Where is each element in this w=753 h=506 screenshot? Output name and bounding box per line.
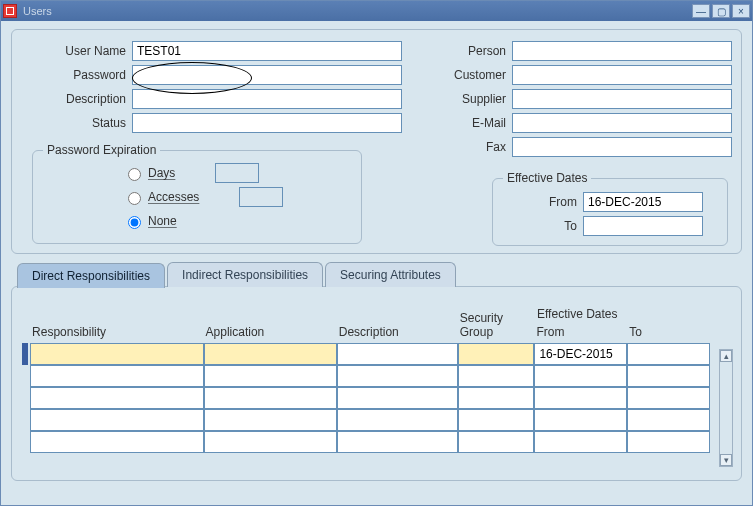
fax-input[interactable]	[512, 137, 732, 157]
cell-to[interactable]	[627, 343, 710, 365]
cell-description[interactable]	[337, 365, 458, 387]
pw-exp-none-radio[interactable]	[128, 216, 141, 229]
customer-input[interactable]	[512, 65, 732, 85]
password-input[interactable]	[132, 65, 402, 85]
scroll-down-icon[interactable]: ▾	[720, 454, 732, 466]
customer-label: Customer	[412, 68, 512, 82]
cell-description[interactable]	[337, 409, 458, 431]
table-row	[22, 409, 710, 431]
users-window: Users — ▢ × User Name Password Descripti…	[0, 0, 753, 506]
table-row	[22, 431, 710, 453]
cell-description[interactable]	[337, 387, 458, 409]
description-label: Description	[22, 92, 132, 106]
cell-responsibility[interactable]	[30, 431, 204, 453]
cell-to[interactable]	[627, 365, 710, 387]
email-label: E-Mail	[412, 116, 512, 130]
effective-dates-group: Effective Dates From To	[492, 178, 728, 246]
cell-responsibility[interactable]	[30, 343, 204, 365]
grid-eff-dates-header: Effective Dates	[537, 307, 617, 321]
pw-exp-days-radio[interactable]	[128, 168, 141, 181]
password-expiration-group: Password Expiration Days Accesses None	[32, 150, 362, 244]
pw-exp-accesses-radio[interactable]	[128, 192, 141, 205]
right-fields: Person Customer Supplier E-Mail Fax	[412, 40, 732, 160]
fax-label: Fax	[412, 140, 512, 154]
person-label: Person	[412, 44, 512, 58]
minimize-button[interactable]: —	[692, 4, 710, 18]
content-area: User Name Password Description Status	[1, 21, 752, 505]
titlebar: Users — ▢ ×	[1, 1, 752, 21]
cell-from[interactable]	[534, 365, 627, 387]
row-selector[interactable]	[22, 343, 28, 365]
password-label: Password	[22, 68, 132, 82]
grid-scrollbar[interactable]: ▴ ▾	[719, 349, 733, 467]
grid-wrap: Effective Dates	[22, 309, 731, 486]
cell-securityGroup[interactable]	[458, 343, 535, 365]
tab-direct-responsibilities[interactable]: Direct Responsibilities	[17, 263, 165, 288]
col-application: Application	[204, 309, 337, 343]
pw-exp-accesses-label[interactable]: Accesses	[148, 190, 199, 204]
col-description: Description	[337, 309, 458, 343]
app-logo-icon	[3, 4, 17, 18]
eff-from-input[interactable]	[583, 192, 703, 212]
eff-to-label: To	[503, 219, 583, 233]
cell-securityGroup[interactable]	[458, 387, 535, 409]
cell-application[interactable]	[204, 365, 337, 387]
cell-from[interactable]	[534, 387, 627, 409]
cell-securityGroup[interactable]	[458, 409, 535, 431]
cell-securityGroup[interactable]	[458, 365, 535, 387]
password-expiration-title: Password Expiration	[43, 143, 160, 157]
user-name-label: User Name	[22, 44, 132, 58]
cell-application[interactable]	[204, 409, 337, 431]
eff-to-input[interactable]	[583, 216, 703, 236]
email-input[interactable]	[512, 113, 732, 133]
cell-to[interactable]	[627, 409, 710, 431]
maximize-button[interactable]: ▢	[712, 4, 730, 18]
table-row	[22, 387, 710, 409]
left-fields: User Name Password Description Status	[22, 40, 402, 136]
tab-securing-attributes[interactable]: Securing Attributes	[325, 262, 456, 287]
tab-pane: Effective Dates	[11, 286, 742, 481]
pw-exp-days-input[interactable]	[215, 163, 259, 183]
cell-application[interactable]	[204, 387, 337, 409]
responsibilities-grid: Responsibility Application Description S…	[22, 309, 710, 453]
tabs-area: Direct Responsibilities Indirect Respons…	[11, 262, 742, 481]
col-to: To	[627, 309, 710, 343]
cell-application[interactable]	[204, 343, 337, 365]
cell-description[interactable]	[337, 343, 458, 365]
pw-exp-days-label[interactable]: Days	[148, 166, 175, 180]
eff-from-label: From	[503, 195, 583, 209]
table-row	[22, 365, 710, 387]
window-title: Users	[23, 5, 690, 17]
pw-exp-accesses-input[interactable]	[239, 187, 283, 207]
user-name-input[interactable]	[132, 41, 402, 61]
effective-dates-title: Effective Dates	[503, 171, 591, 185]
description-input[interactable]	[132, 89, 402, 109]
status-input[interactable]	[132, 113, 402, 133]
user-details-panel: User Name Password Description Status	[11, 29, 742, 254]
cell-to[interactable]	[627, 431, 710, 453]
supplier-label: Supplier	[412, 92, 512, 106]
table-row	[22, 343, 710, 365]
col-security-group: Security Group	[458, 309, 535, 343]
cell-securityGroup[interactable]	[458, 431, 535, 453]
pw-exp-none-label[interactable]: None	[148, 214, 177, 228]
cell-to[interactable]	[627, 387, 710, 409]
tabstrip: Direct Responsibilities Indirect Respons…	[17, 262, 742, 287]
col-responsibility: Responsibility	[30, 309, 204, 343]
cell-responsibility[interactable]	[30, 409, 204, 431]
status-label: Status	[22, 116, 132, 130]
scroll-up-icon[interactable]: ▴	[720, 350, 732, 362]
cell-description[interactable]	[337, 431, 458, 453]
cell-application[interactable]	[204, 431, 337, 453]
cell-from[interactable]	[534, 343, 627, 365]
person-input[interactable]	[512, 41, 732, 61]
cell-from[interactable]	[534, 409, 627, 431]
close-button[interactable]: ×	[732, 4, 750, 18]
cell-from[interactable]	[534, 431, 627, 453]
supplier-input[interactable]	[512, 89, 732, 109]
cell-responsibility[interactable]	[30, 387, 204, 409]
tab-indirect-responsibilities[interactable]: Indirect Responsibilities	[167, 262, 323, 287]
cell-responsibility[interactable]	[30, 365, 204, 387]
